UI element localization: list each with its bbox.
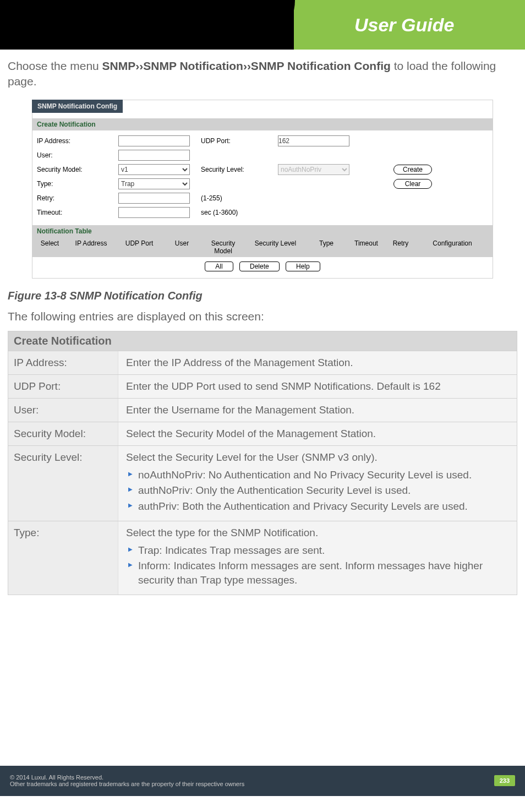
col-security-level: Security Level [244,239,307,255]
desc-row-label: Security Level: [8,446,118,521]
col-timeout: Timeout [346,239,387,255]
page-header-band: User Guide [0,0,525,50]
table-button-row: All Delete Help [32,257,493,278]
footer-line1: © 2014 Luxul. All Rights Reserved. [10,774,244,781]
header-curve [240,0,295,50]
timeout-unit: sec (1-3600) [201,209,238,216]
desc-row-label: IP Address: [8,351,118,374]
delete-button[interactable]: Delete [239,261,280,271]
label-security-level: Security Level: [201,166,278,173]
intro-prefix: Choose the menu [8,59,102,72]
desc-bullet: noAuthNoPriv: No Authentication and No P… [128,468,509,482]
desc-row-value: Select the Security Level for the User (… [118,446,517,521]
ip-address-input[interactable] [118,135,190,146]
page-number-badge: 233 [494,775,515,786]
col-type: Type [307,239,346,255]
col-select: Select [35,239,65,255]
header-green-band: User Guide [294,0,525,50]
label-user: User: [37,151,118,159]
desc-row-label: Security Model: [8,422,118,445]
header-title: User Guide [354,14,454,36]
label-udp-port: UDP Port: [201,137,278,145]
panel-title: SNMP Notification Config [32,100,123,113]
security-level-select[interactable]: noAuthNoPriv [278,164,349,175]
config-screenshot: SNMP Notification Config Create Notifica… [32,100,493,279]
desc-row-value: Select the type for the SNMP Notificatio… [118,521,517,595]
desc-row-value: Select the Security Model of the Managem… [118,422,517,445]
label-retry: Retry: [37,194,118,202]
desc-header: Create Notification [8,331,517,351]
create-form: IP Address: UDP Port: User: Security Mod… [32,130,493,225]
desc-bullet: Inform: Indicates Inform messages are se… [128,559,509,587]
desc-row-value: Enter the Username for the Management St… [118,399,517,422]
entries-intro: The following entries are displayed on t… [8,310,517,323]
description-table: Create Notification IP Address:Enter the… [8,331,517,595]
desc-row-label: User: [8,399,118,422]
desc-row: Security Level:Select the Security Level… [8,446,517,521]
label-security-model: Security Model: [37,166,118,173]
label-type: Type: [37,180,118,188]
desc-row-label: UDP Port: [8,375,118,398]
label-ip-address: IP Address: [37,137,118,145]
notification-table-columns: Select IP Address UDP Port User Security… [32,237,493,257]
footer-line2: Other trademarks and registered trademar… [10,781,244,787]
desc-row: UDP Port:Enter the UDP Port used to send… [8,375,517,399]
all-button[interactable]: All [205,261,233,271]
col-configuration: Configuration [414,239,490,255]
type-select[interactable]: Trap [118,178,190,189]
retry-input[interactable] [118,193,190,204]
footer-text: © 2014 Luxul. All Rights Reserved. Other… [10,774,244,787]
col-security-model: Security Model [203,239,244,255]
desc-row-value: Enter the UDP Port used to send SNMP Not… [118,375,517,398]
create-notification-header: Create Notification [32,118,493,130]
figure-caption: Figure 13-8 SNMP Notification Config [8,290,517,302]
clear-button[interactable]: Clear [393,179,432,189]
label-timeout: Timeout: [37,209,118,216]
intro-paragraph: Choose the menu SNMP››SNMP Notification›… [8,58,517,90]
desc-bullet: Trap: Indicates Trap messages are sent. [128,543,509,558]
security-model-select[interactable]: v1 [118,164,190,175]
retry-unit: (1-255) [201,194,222,202]
desc-bullet: authPriv: Both the Authentication and Pr… [128,499,509,514]
page-footer: © 2014 Luxul. All Rights Reserved. Other… [0,766,525,796]
desc-row-value: Enter the IP Address of the Management S… [118,351,517,374]
create-button[interactable]: Create [393,165,432,175]
intro-menu-path: SNMP››SNMP Notification››SNMP Notificati… [102,59,391,72]
col-ip-address: IP Address [65,239,117,255]
help-button[interactable]: Help [286,261,320,271]
col-user: User [161,239,203,255]
col-retry: Retry [387,239,414,255]
desc-row-label: Type: [8,521,118,595]
desc-row: Type:Select the type for the SNMP Notifi… [8,521,517,595]
timeout-input[interactable] [118,207,190,218]
udp-port-input[interactable] [278,135,349,146]
user-input[interactable] [118,150,190,161]
desc-row: User:Enter the Username for the Manageme… [8,399,517,422]
notification-table-header: Notification Table [32,225,493,237]
desc-bullet: authNoPriv: Only the Authentication Secu… [128,483,509,498]
desc-row: Security Model:Select the Security Model… [8,422,517,446]
desc-row: IP Address:Enter the IP Address of the M… [8,351,517,375]
col-udp-port: UDP Port [117,239,161,255]
